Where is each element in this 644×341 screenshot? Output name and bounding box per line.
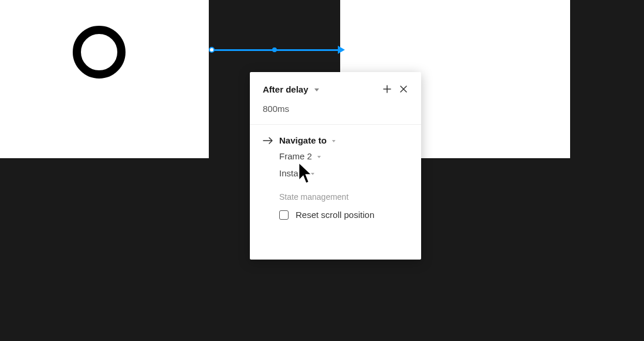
animation-dropdown[interactable]: Instant — [263, 168, 408, 178]
circle-shape[interactable] — [73, 26, 126, 79]
animation-label: Instant — [279, 168, 306, 178]
action-section: Navigate to Frame 2 Instant State manage… — [250, 125, 421, 220]
reset-scroll-checkbox[interactable] — [279, 210, 289, 220]
canvas-frame-left[interactable] — [0, 0, 209, 158]
reset-scroll-label: Reset scroll position — [296, 210, 374, 220]
plus-icon — [382, 84, 392, 94]
action-type-row: Navigate to — [263, 135, 408, 145]
destination-label: Frame 2 — [279, 151, 312, 161]
action-type-label: Navigate to — [279, 135, 327, 145]
arrow-mid-handle[interactable] — [272, 47, 277, 52]
arrow-line — [212, 49, 341, 51]
chevron-down-icon — [317, 156, 321, 158]
trigger-dropdown[interactable]: After delay — [263, 84, 319, 94]
chevron-down-icon — [332, 140, 335, 142]
arrow-head-icon — [338, 46, 345, 54]
destination-dropdown[interactable]: Frame 2 — [263, 151, 408, 161]
panel-header: After delay — [250, 72, 421, 98]
reset-scroll-checkbox-row[interactable]: Reset scroll position — [263, 210, 408, 220]
interaction-panel: After delay 800ms Navigate to Frame 2 — [250, 72, 421, 260]
action-type-dropdown[interactable]: Navigate to — [279, 135, 335, 145]
state-management-heading: State management — [263, 192, 408, 202]
close-icon — [399, 85, 408, 93]
delay-input[interactable]: 800ms — [250, 98, 421, 125]
arrow-start-handle[interactable] — [209, 47, 215, 53]
chevron-down-icon — [311, 173, 314, 175]
trigger-type-label: After delay — [263, 84, 309, 94]
close-panel-button[interactable] — [395, 81, 412, 97]
prototype-connection-arrow[interactable] — [209, 47, 344, 54]
navigate-arrow-icon — [263, 137, 273, 145]
chevron-down-icon — [314, 88, 319, 91]
add-interaction-button[interactable] — [379, 81, 395, 97]
